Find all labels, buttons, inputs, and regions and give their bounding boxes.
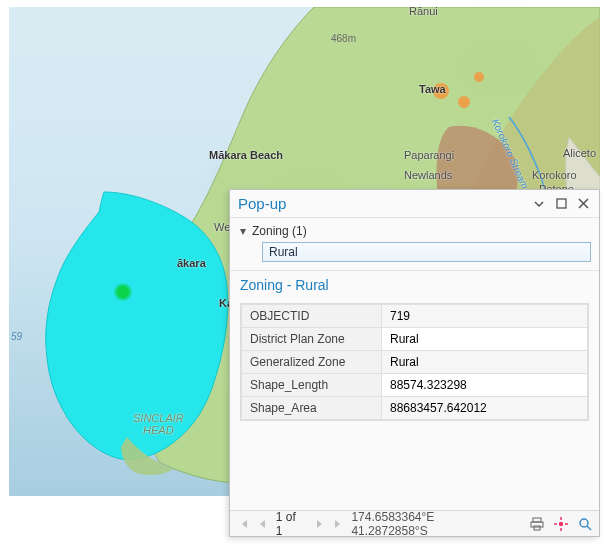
attr-value: 719	[382, 305, 588, 328]
attr-value: 88683457.642012	[382, 397, 588, 420]
place-sinclair-head: SINCLAIRHEAD	[133, 413, 184, 436]
svg-rect-3	[557, 199, 566, 208]
magnifier-icon	[578, 517, 592, 531]
popup-body[interactable]: ▾ Zoning (1) Rural Zoning - Rural OBJECT…	[230, 218, 599, 510]
dock-button[interactable]	[551, 194, 571, 214]
svg-rect-4	[533, 518, 541, 522]
popup-header: Pop-up	[230, 190, 599, 218]
tree-layer-label: Zoning (1)	[252, 224, 307, 238]
place-newlands: Newlands	[404, 169, 452, 181]
svg-point-1	[458, 96, 470, 108]
place-tawa: Tawa	[419, 83, 446, 95]
square-icon	[556, 198, 567, 209]
target-icon	[554, 517, 568, 531]
nav-next-button[interactable]	[312, 516, 328, 532]
first-icon	[239, 519, 249, 529]
popup-statusbar: 1 of 1 174.6583364°E 41.2872858°S	[230, 510, 599, 536]
tree-feature-item[interactable]: Rural	[262, 242, 591, 262]
attributes-table: OBJECTID 719 District Plan Zone Rural Ge…	[240, 303, 589, 421]
status-coords: 174.6583364°E 41.2872858°S	[351, 510, 513, 538]
printer-icon	[530, 517, 544, 531]
popup-title: Pop-up	[238, 195, 527, 212]
close-icon	[578, 198, 589, 209]
attr-field: Shape_Area	[242, 397, 382, 420]
print-button[interactable]	[529, 516, 545, 532]
attr-field: Generalized Zone	[242, 351, 382, 374]
attr-field: District Plan Zone	[242, 328, 382, 351]
identify-flash-dot	[114, 283, 132, 301]
table-row: Shape_Area 88683457.642012	[242, 397, 588, 420]
table-row: Shape_Length 88574.323298	[242, 374, 588, 397]
popup-section-title: Zoning - Rural	[230, 270, 599, 299]
flash-button[interactable]	[553, 516, 569, 532]
result-tree: ▾ Zoning (1) Rural	[230, 218, 599, 270]
close-button[interactable]	[573, 194, 593, 214]
svg-point-8	[580, 519, 588, 527]
place-makara-beach: Mākara Beach	[209, 149, 283, 161]
nav-prev-button[interactable]	[254, 516, 270, 532]
collapse-button[interactable]	[529, 194, 549, 214]
tree-layer-row[interactable]: ▾ Zoning (1)	[238, 224, 591, 238]
prev-icon	[258, 519, 266, 529]
table-row: Generalized Zone Rural	[242, 351, 588, 374]
record-nav: 1 of 1	[236, 510, 345, 538]
zoom-to-button[interactable]	[577, 516, 593, 532]
elev-468: 468m	[331, 33, 356, 44]
svg-point-2	[474, 72, 484, 82]
attr-value: Rural	[382, 351, 588, 374]
table-row: OBJECTID 719	[242, 305, 588, 328]
place-paparangi: Paparangi	[404, 149, 454, 161]
nav-first-button[interactable]	[236, 516, 252, 532]
app-canvas: Rānui Tawa Mākara Beach Paparangi Newlan…	[0, 0, 609, 546]
svg-point-7	[559, 521, 563, 525]
table-row: District Plan Zone Rural	[242, 328, 588, 351]
attr-field: Shape_Length	[242, 374, 382, 397]
nav-last-button[interactable]	[330, 516, 346, 532]
attr-value: 88574.323298	[382, 374, 588, 397]
attr-field: OBJECTID	[242, 305, 382, 328]
attr-value: Rural	[382, 328, 588, 351]
caret-down-icon[interactable]: ▾	[238, 224, 248, 238]
place-aliceto: Aliceto	[563, 147, 596, 159]
place-ranui: Rānui	[409, 7, 438, 17]
popup-panel: Pop-up ▾ Zoning (1) Rural Zoning	[229, 189, 600, 537]
place-korokoro: Korokoro	[532, 169, 577, 181]
chevron-down-icon	[533, 198, 545, 210]
record-count: 1 of 1	[276, 510, 306, 538]
last-icon	[333, 519, 343, 529]
next-icon	[316, 519, 324, 529]
depth-59: 59	[11, 331, 22, 342]
place-makara-partial: ākara	[177, 257, 206, 269]
